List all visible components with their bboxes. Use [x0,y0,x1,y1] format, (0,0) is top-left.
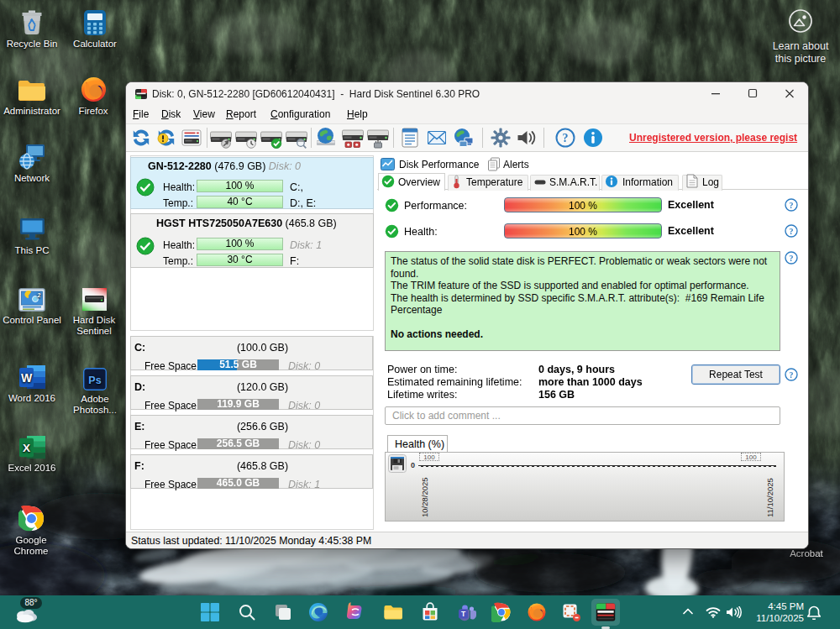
svg-text:T: T [461,610,466,618]
svg-text:2: 2 [38,292,41,298]
svg-text:W: W [20,371,32,385]
svg-text:?: ? [563,132,569,144]
svg-text:X: X [22,442,29,454]
svg-text:?: ? [790,201,794,210]
svg-text:?: ? [790,227,794,236]
svg-text:Ps: Ps [88,375,101,386]
svg-text:?: ? [790,254,794,263]
svg-text:?: ? [790,370,794,380]
